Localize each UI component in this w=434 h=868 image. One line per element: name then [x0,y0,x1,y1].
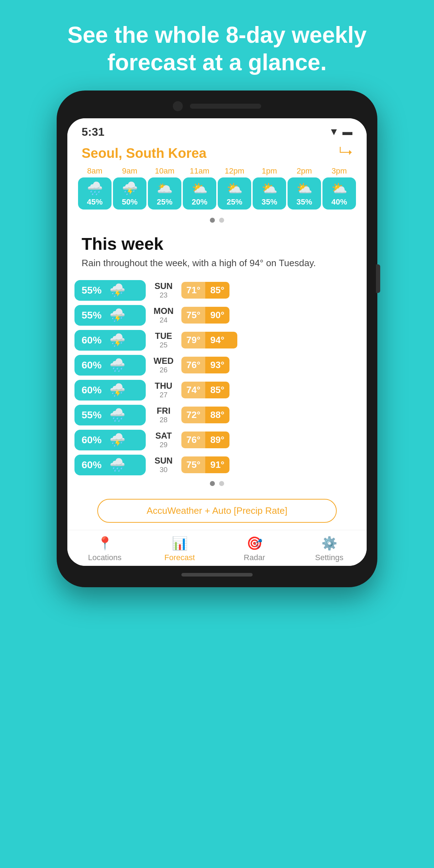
day-num-3: 26 [149,366,178,374]
precip-pct-1: 55% [82,310,107,321]
forecast-row-4: 60% ⛈️ THU 27 74° 85° [74,380,360,401]
hourly-page-dots [67,215,367,227]
hourly-card-3: ⛅ 20% [183,177,216,210]
day-num-6: 29 [149,441,178,449]
source-button[interactable]: AccuWeather + Auto [Precip Rate] [97,499,337,523]
day-num-1: 24 [149,316,178,324]
precip-badge-2: 60% ⛈️ [74,330,146,351]
phone-top [67,101,367,111]
precip-icon-0: ⛈️ [109,283,125,298]
temp-bars-2: 79° 94° [181,332,360,348]
precip-badge-5: 55% 🌧️ [74,405,146,425]
locations-icon: 📍 [97,536,113,551]
temp-bars-3: 76° 93° [181,357,360,373]
hourly-icon-7: ⛅ [331,181,347,196]
hourly-scroll[interactable]: 8am 9am 10am 11am 12pm 1pm 2pm 3pm 🌧️ 45… [67,166,367,215]
locations-label: Locations [88,553,122,562]
precip-badge-4: 60% ⛈️ [74,380,146,401]
day-name-2: TUE [149,331,178,341]
temp-low-6: 76° [181,432,205,448]
temp-low-2: 79° [181,332,205,348]
temp-high-0: 85° [205,282,229,299]
forecast-row-7: 60% 🌧️ SUN 30 75° 91° [74,455,360,475]
day-label-3: WED 26 [149,356,178,374]
precip-badge-6: 60% ⛈️ [74,430,146,450]
headline: See the whole 8-day weekly forecast at a… [0,0,434,91]
temp-high-3: 93° [205,357,229,373]
hourly-pct-4: 25% [227,197,242,207]
nav-forecast[interactable]: 📊 Forecast [162,536,197,562]
day-name-5: FRI [149,406,178,416]
hourly-card-1: ⛈️ 50% [113,177,146,210]
hourly-pct-2: 25% [157,197,172,207]
day-name-6: SAT [149,431,178,441]
status-bar: 5:31 ▼ ▬ [67,118,367,142]
forecast-list: 55% ⛈️ SUN 23 71° 85° 55% ⛈️ MON [67,280,367,475]
day-num-7: 30 [149,466,178,474]
temp-bars-5: 72° 88° [181,407,360,423]
settings-label: Settings [315,553,343,562]
week-dot-2 [219,481,224,486]
temp-low-4: 74° [181,382,205,398]
day-label-1: MON 24 [149,306,178,324]
hourly-card-6: ⛅ 35% [288,177,321,210]
temp-bars-4: 74° 85° [181,382,360,398]
precip-pct-6: 60% [82,434,107,446]
precip-icon-4: ⛈️ [109,383,125,398]
precip-pct-0: 55% [82,285,107,296]
hourly-icon-3: ⛅ [192,181,208,196]
forecast-row-6: 60% ⛈️ SAT 29 76° 89° [74,430,360,450]
day-num-4: 27 [149,391,178,399]
side-button [376,264,380,293]
hour-label-3: 11am [183,166,216,176]
day-label-0: SUN 23 [149,281,178,299]
precip-icon-3: 🌧️ [109,358,125,373]
precip-badge-0: 55% ⛈️ [74,280,146,301]
forecast-icon: 📊 [172,536,188,551]
hour-label-2: 10am [148,166,181,176]
hour-label-5: 1pm [253,166,286,176]
day-label-5: FRI 28 [149,406,178,424]
precip-icon-5: 🌧️ [109,408,125,423]
camera-dot [173,101,183,111]
precip-icon-2: ⛈️ [109,333,125,348]
day-label-7: SUN 30 [149,456,178,474]
hourly-card-4: ⛅ 25% [218,177,251,210]
share-icon[interactable]: ⮡ [339,146,352,161]
day-name-7: SUN [149,456,178,466]
nav-locations[interactable]: 📍 Locations [87,536,123,562]
nav-radar[interactable]: 🎯 Radar [237,536,272,562]
day-label-6: SAT 29 [149,431,178,449]
hourly-pct-1: 50% [122,197,138,207]
hour-label-6: 2pm [288,166,321,176]
precip-icon-1: ⛈️ [109,308,125,323]
week-desc: Rain throughout the week, with a high of… [82,257,352,269]
hourly-icon-6: ⛅ [296,181,312,196]
hour-labels: 8am 9am 10am 11am 12pm 1pm 2pm 3pm [74,166,360,176]
week-dot-1 [210,481,215,486]
phone-frame: 5:31 ▼ ▬ Seoul, South Korea ⮡ 8am 9am 10… [57,91,377,587]
temp-high-1: 90° [205,307,229,324]
temp-bars-1: 75° 90° [181,307,360,324]
hourly-icon-4: ⛅ [227,181,243,196]
phone-bottom [67,573,367,577]
temp-low-3: 76° [181,357,205,373]
home-indicator [181,573,253,577]
hour-label-0: 8am [78,166,112,176]
hour-label-4: 12pm [218,166,251,176]
precip-icon-7: 🌧️ [109,458,125,472]
radar-icon: 🎯 [247,536,263,551]
day-num-5: 28 [149,416,178,424]
forecast-row-0: 55% ⛈️ SUN 23 71° 85° [74,280,360,301]
dot-1 [210,218,215,223]
day-label-4: THU 27 [149,381,178,399]
radar-label: Radar [244,553,265,562]
forecast-row-1: 55% ⛈️ MON 24 75° 90° [74,305,360,326]
nav-settings[interactable]: ⚙️ Settings [311,536,347,562]
temp-high-6: 89° [205,432,229,448]
hourly-pct-3: 20% [192,197,207,207]
week-title: This week [82,234,352,254]
precip-pct-4: 60% [82,384,107,396]
battery-icon: ▬ [342,126,352,138]
hourly-icon-1: ⛈️ [122,181,138,196]
